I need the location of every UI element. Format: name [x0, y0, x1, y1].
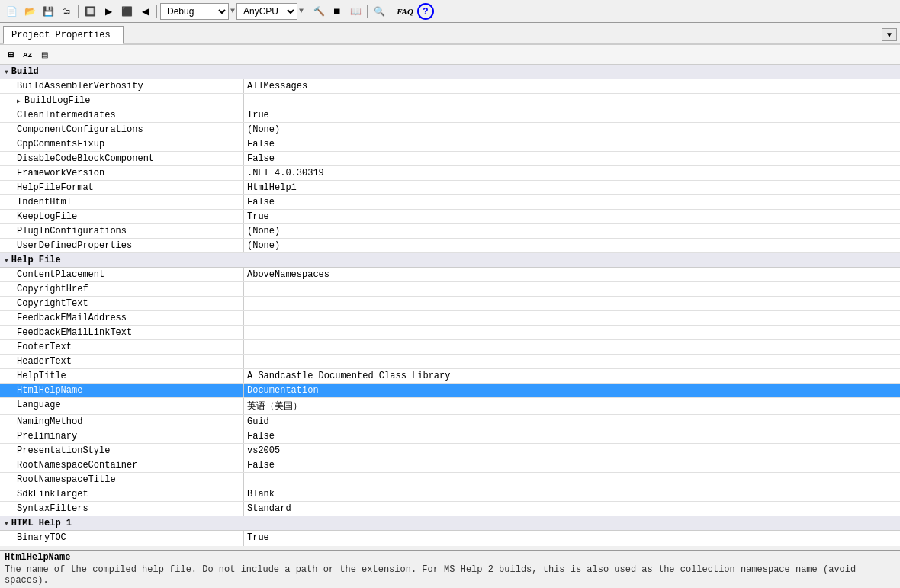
section-label: Build: [11, 66, 39, 77]
cpu-dropdown[interactable]: AnyCPU: [236, 3, 297, 20]
property-value: A Sandcastle Documented Class Library: [244, 369, 900, 383]
property-name: CleanIntermediates: [0, 108, 244, 122]
debug-arrow: ▼: [230, 7, 235, 15]
property-row[interactable]: RootNamespaceTitle: [0, 473, 900, 487]
section-triangle: ▼: [5, 520, 8, 527]
sort-alpha-button[interactable]: AZ: [20, 47, 35, 63]
property-name: HeaderText: [0, 355, 244, 368]
property-value: [244, 340, 900, 354]
save-all-button[interactable]: 🗂: [58, 3, 75, 20]
property-name: RootNamespaceContainer: [0, 458, 244, 472]
property-row[interactable]: PlugInConfigurations(None): [0, 224, 900, 239]
property-row[interactable]: HelpTitleA Sandcastle Documented Class L…: [0, 369, 900, 384]
tab-bar: Project Properties ▼: [0, 23, 900, 45]
property-row[interactable]: RootNamespaceContainerFalse: [0, 458, 900, 473]
property-row[interactable]: Language英语（美国）: [0, 398, 900, 415]
property-value: 英语（美国）: [244, 398, 900, 414]
property-name: SdkLinkTarget: [0, 487, 244, 501]
property-row[interactable]: PresentationStylevs2005: [0, 444, 900, 458]
property-row[interactable]: HelpFileFormatHtmlHelp1: [0, 181, 900, 195]
property-name: CopyrightHref: [0, 282, 244, 296]
tab-dropdown-button[interactable]: ▼: [882, 28, 897, 41]
property-value: (None): [244, 239, 900, 252]
property-row[interactable]: FooterText: [0, 340, 900, 355]
tab-label: Project Properties: [11, 30, 111, 40]
search-button[interactable]: 🔍: [371, 3, 387, 20]
property-value: (None): [244, 224, 900, 238]
cancel-build-button[interactable]: ⏹: [329, 3, 346, 20]
toolbar-btn4[interactable]: ◀: [137, 3, 153, 20]
property-row[interactable]: IndentHtmlFalse: [0, 195, 900, 210]
properties-page-button[interactable]: ▤: [37, 47, 52, 63]
expand-arrow[interactable]: ▶: [17, 98, 24, 104]
sort-category-button[interactable]: ⊞: [3, 47, 18, 63]
debug-dropdown[interactable]: Debug: [160, 3, 229, 20]
property-value: vs2005: [244, 444, 900, 458]
property-row[interactable]: HtmlHelpNameDocumentation: [0, 384, 900, 398]
property-value: Blank: [244, 487, 900, 501]
property-value: Msdn: [244, 545, 900, 546]
property-row[interactable]: DisableCodeBlockComponentFalse: [0, 152, 900, 166]
project-properties-tab[interactable]: Project Properties: [3, 26, 124, 44]
open-button[interactable]: 📂: [21, 3, 38, 20]
property-value: True: [244, 210, 900, 223]
property-name: SyntaxFilters: [0, 502, 244, 516]
property-row[interactable]: BuildAssemblerVerbosityAllMessages: [0, 79, 900, 94]
toolbar-btn1[interactable]: 🔲: [82, 3, 98, 20]
property-name: UserDefinedProperties: [0, 239, 244, 252]
property-row[interactable]: BinaryTOCTrue: [0, 531, 900, 545]
section-header-html-help-1[interactable]: ▼HTML Help 1: [0, 516, 900, 531]
property-row[interactable]: HtmlSdkLinkTypeMsdn: [0, 545, 900, 546]
property-row[interactable]: NamingMethodGuid: [0, 415, 900, 429]
help-button[interactable]: ?: [417, 3, 434, 20]
property-row[interactable]: CopyrightText: [0, 297, 900, 311]
sep3: [307, 5, 307, 18]
main-toolbar: 📄 📂 💾 🗂 🔲 ▶ ⬛ ◀ Debug ▼ AnyCPU ▼ 🔨 ⏹ 📖 🔍…: [0, 0, 900, 23]
property-row[interactable]: SdkLinkTargetBlank: [0, 487, 900, 502]
property-name: RootNamespaceTitle: [0, 473, 244, 487]
property-row[interactable]: FeedbackEMailAddress: [0, 311, 900, 326]
property-name: DisableCodeBlockComponent: [0, 152, 244, 165]
cpu-arrow: ▼: [299, 7, 304, 15]
new-button[interactable]: 📄: [3, 3, 20, 20]
property-name: Preliminary: [0, 429, 244, 443]
property-value: [244, 297, 900, 310]
property-value: [244, 473, 900, 487]
property-name: BinaryTOC: [0, 531, 244, 545]
property-row[interactable]: PreliminaryFalse: [0, 429, 900, 444]
property-name: HtmlSdkLinkType: [0, 545, 244, 546]
property-name: HelpFileFormat: [0, 181, 244, 194]
property-value: Guid: [244, 415, 900, 429]
property-row[interactable]: ▶BuildLogFile: [0, 94, 900, 108]
property-row[interactable]: CleanIntermediatesTrue: [0, 108, 900, 123]
property-row[interactable]: SyntaxFiltersStandard: [0, 502, 900, 516]
property-name: PresentationStyle: [0, 444, 244, 458]
property-row[interactable]: CopyrightHref: [0, 282, 900, 297]
property-row[interactable]: ContentPlacementAboveNamespaces: [0, 268, 900, 282]
section-triangle: ▼: [5, 257, 8, 264]
property-row[interactable]: FrameworkVersion.NET 4.0.30319: [0, 166, 900, 181]
property-name: ContentPlacement: [0, 268, 244, 281]
property-row[interactable]: CppCommentsFixupFalse: [0, 137, 900, 152]
sep4: [367, 5, 368, 18]
property-value: [244, 326, 900, 339]
section-header-build[interactable]: ▼Build: [0, 65, 900, 79]
property-row[interactable]: KeepLogFileTrue: [0, 210, 900, 224]
toolbar-btn3[interactable]: ⬛: [118, 3, 135, 20]
toolbar-btn2[interactable]: ▶: [100, 3, 117, 20]
property-name: KeepLogFile: [0, 210, 244, 223]
property-value: AllMessages: [244, 79, 900, 93]
property-value: True: [244, 531, 900, 545]
faq-button[interactable]: FAQ: [394, 3, 416, 20]
view-help-button[interactable]: 📖: [347, 3, 364, 20]
section-header-help-file[interactable]: ▼Help File: [0, 253, 900, 268]
property-name: IndentHtml: [0, 195, 244, 209]
property-row[interactable]: ComponentConfigurations(None): [0, 123, 900, 137]
property-value: False: [244, 137, 900, 151]
build-button[interactable]: 🔨: [310, 3, 327, 20]
property-row[interactable]: FeedbackEMailLinkText: [0, 326, 900, 340]
save-button[interactable]: 💾: [40, 3, 56, 20]
property-value: False: [244, 152, 900, 165]
property-row[interactable]: UserDefinedProperties(None): [0, 239, 900, 253]
property-row[interactable]: HeaderText: [0, 355, 900, 369]
